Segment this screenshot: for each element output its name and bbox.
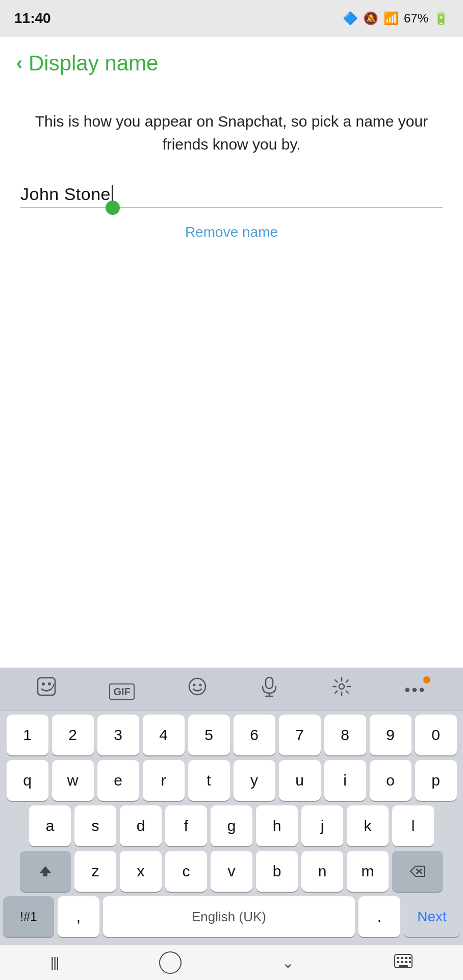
space-key[interactable]: English (UK) (103, 896, 355, 937)
key-u[interactable]: u (279, 760, 321, 801)
svg-rect-16 (409, 957, 411, 959)
key-7[interactable]: 7 (279, 715, 321, 755)
zxcv-row: z x c v b n m (3, 851, 460, 892)
key-h[interactable]: h (256, 805, 298, 846)
key-8[interactable]: 8 (324, 715, 366, 755)
key-t[interactable]: t (188, 760, 230, 801)
bluetooth-icon: 🔷 (343, 11, 358, 26)
settings-icon[interactable] (332, 677, 351, 701)
notification-dot (423, 676, 430, 683)
key-0[interactable]: 0 (415, 715, 457, 755)
key-x[interactable]: x (120, 851, 162, 892)
svg-rect-20 (409, 961, 411, 963)
svg-point-1 (42, 682, 45, 685)
page-header: ‹ Display name (0, 37, 463, 85)
battery-icon: 🔋 (433, 11, 449, 26)
recents-nav-icon[interactable]: ⌄ (282, 954, 294, 971)
svg-rect-18 (401, 961, 403, 963)
key-p[interactable]: p (415, 760, 457, 801)
key-2[interactable]: 2 (52, 715, 94, 755)
key-n[interactable]: n (301, 851, 343, 892)
svg-point-9 (339, 684, 344, 689)
svg-point-4 (193, 684, 196, 687)
key-y[interactable]: y (234, 760, 275, 801)
key-4[interactable]: 4 (143, 715, 185, 755)
status-bar: 11:40 🔷 🔕 📶 67% 🔋 (0, 0, 463, 37)
backspace-key[interactable] (392, 851, 443, 892)
gif-button[interactable]: GIF (109, 678, 134, 700)
symbols-key[interactable]: !#1 (3, 896, 54, 937)
key-e[interactable]: e (97, 760, 139, 801)
shift-key[interactable] (20, 851, 71, 892)
bottom-row: !#1 , English (UK) . Next (3, 896, 460, 937)
svg-rect-0 (38, 678, 55, 695)
more-icon[interactable]: ••• (404, 678, 426, 700)
svg-rect-19 (405, 961, 407, 963)
key-o[interactable]: o (370, 760, 411, 801)
mute-icon: 🔕 (363, 11, 378, 26)
svg-point-2 (48, 682, 51, 685)
back-nav-icon[interactable]: ||| (50, 954, 59, 971)
description-text: This is how you appear on Snapchat, so p… (20, 110, 443, 156)
emoji-icon[interactable] (188, 677, 207, 701)
keyboard: GIF ••• (0, 668, 463, 945)
svg-rect-14 (401, 957, 403, 959)
key-a[interactable]: a (29, 805, 71, 846)
key-b[interactable]: b (256, 851, 298, 892)
qwerty-row: q w e r t y u i o p (3, 760, 460, 801)
home-nav-icon[interactable] (159, 951, 182, 974)
key-d[interactable]: d (120, 805, 162, 846)
key-s[interactable]: s (74, 805, 116, 846)
gif-label[interactable]: GIF (109, 683, 134, 700)
svg-point-3 (189, 678, 205, 695)
key-j[interactable]: j (301, 805, 343, 846)
key-l[interactable]: l (392, 805, 434, 846)
sticker-icon[interactable] (37, 677, 56, 701)
key-9[interactable]: 9 (370, 715, 411, 755)
key-m[interactable]: m (347, 851, 389, 892)
mic-icon[interactable] (260, 676, 278, 701)
status-time: 11:40 (14, 10, 51, 27)
key-w[interactable]: w (52, 760, 94, 801)
display-name-input[interactable]: John Stone (20, 184, 443, 208)
number-row: 1 2 3 4 5 6 7 8 9 0 (3, 715, 460, 755)
key-k[interactable]: k (347, 805, 389, 846)
key-i[interactable]: i (324, 760, 366, 801)
asdf-row: a s d f g h j k l (3, 805, 460, 846)
key-f[interactable]: f (165, 805, 207, 846)
key-3[interactable]: 3 (97, 715, 139, 755)
svg-rect-13 (397, 957, 399, 959)
svg-point-5 (199, 684, 202, 687)
next-key[interactable]: Next (404, 896, 460, 937)
back-button[interactable]: ‹ (16, 53, 22, 74)
svg-rect-15 (405, 957, 407, 959)
key-r[interactable]: r (143, 760, 185, 801)
key-1[interactable]: 1 (7, 715, 48, 755)
wifi-icon: 📶 (383, 11, 399, 26)
svg-rect-6 (266, 677, 273, 689)
display-name-input-section: John Stone (20, 184, 443, 208)
input-value: John Stone (20, 184, 111, 204)
main-content: This is how you appear on Snapchat, so p… (0, 85, 463, 240)
keyboard-toolbar: GIF ••• (0, 668, 463, 710)
svg-rect-17 (397, 961, 399, 963)
key-5[interactable]: 5 (188, 715, 230, 755)
key-q[interactable]: q (7, 760, 48, 801)
period-key[interactable]: . (358, 896, 400, 937)
key-6[interactable]: 6 (234, 715, 275, 755)
cursor-dot (106, 201, 120, 215)
svg-rect-21 (399, 965, 408, 967)
key-z[interactable]: z (74, 851, 116, 892)
comma-key[interactable]: , (58, 896, 99, 937)
key-v[interactable]: v (211, 851, 252, 892)
remove-name-link[interactable]: Remove name (20, 224, 443, 240)
key-g[interactable]: g (211, 805, 252, 846)
nav-bar: ||| ⌄ (0, 945, 463, 980)
key-c[interactable]: c (165, 851, 207, 892)
battery-level: 67% (404, 11, 428, 26)
page-title: Display name (29, 51, 158, 76)
keyboard-nav-icon[interactable] (394, 954, 413, 972)
keys-area: 1 2 3 4 5 6 7 8 9 0 q w e r t y u i o p … (0, 710, 463, 937)
status-icons: 🔷 🔕 📶 67% 🔋 (343, 11, 449, 26)
